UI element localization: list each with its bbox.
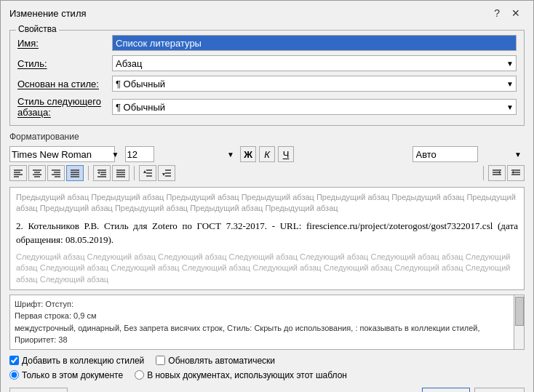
ltr-button[interactable] [507, 165, 525, 181]
preview-next-text: Следующий абзац Следующий абзац Следующи… [16, 252, 518, 285]
checkbox-row: Добавить в коллекцию стилей Обновлять ав… [9, 356, 525, 366]
button-row: Формат ▼ ОК Отмена [9, 388, 525, 392]
preview-main-text: 2. Котельников Р.В. Стиль для Zotero по … [16, 219, 518, 247]
size-select-arrow: ▼ [227, 151, 234, 159]
line-spacing-up-button[interactable] [139, 165, 156, 181]
style-label: Стиль: [17, 58, 112, 69]
dialog-title: Изменение стиля [9, 8, 87, 19]
bold-button[interactable]: Ж [240, 146, 256, 162]
only-this-doc-label[interactable]: Только в этом документе [9, 370, 123, 380]
name-label: Имя: [17, 38, 112, 49]
title-bar-controls: ? ✕ [490, 7, 525, 20]
new-docs-label[interactable]: В новых документах, использующих этот ша… [135, 370, 347, 380]
separator2 [134, 166, 135, 180]
based-on-select-wrapper: ¶ Обычный ▼ [112, 76, 517, 92]
preview-prev-text: Предыдущий абзац Предыдущий абзац Предыд… [16, 192, 518, 215]
color-select[interactable]: Авто [413, 146, 478, 162]
italic-button[interactable]: К [259, 146, 275, 162]
based-on-row: Основан на стиле: ¶ Обычный ▼ [17, 76, 517, 92]
based-on-select[interactable]: ¶ Обычный [112, 76, 517, 92]
separator3 [483, 166, 484, 180]
name-input[interactable] [112, 35, 517, 51]
help-button[interactable]: ? [490, 7, 504, 20]
size-select[interactable]: 12 [125, 146, 154, 162]
next-style-select-wrapper: ¶ Обычный ▼ [112, 99, 517, 115]
svg-marker-28 [143, 170, 146, 173]
based-on-label: Основан на стиле: [17, 79, 112, 89]
size-select-wrapper: 12 ▼ [125, 146, 238, 162]
format-button[interactable]: Формат ▼ [9, 388, 68, 392]
format-row2 [9, 165, 525, 181]
ok-button[interactable]: ОК [422, 388, 470, 392]
align-left-button[interactable] [9, 165, 27, 181]
radio-row: Только в этом документе В новых документ… [9, 370, 525, 380]
svg-marker-20 [97, 172, 100, 175]
auto-update-label[interactable]: Обновлять автоматически [156, 356, 275, 366]
rtl-button[interactable] [488, 165, 506, 181]
description-area: Шрифт: Отступ: Первая строка: 0,9 см меж… [9, 295, 525, 350]
scrollbar-track[interactable] [514, 295, 524, 349]
distribute-button[interactable] [112, 165, 129, 181]
formatting-label: Форматирование [9, 132, 525, 142]
scrollbar-thumb[interactable] [515, 297, 524, 326]
align-center-button[interactable] [28, 165, 46, 181]
svg-marker-40 [511, 171, 514, 174]
separator1 [88, 166, 89, 180]
cancel-button[interactable]: Отмена [474, 388, 525, 392]
color-select-wrapper: Авто ▼ [413, 146, 525, 162]
style-row: Стиль: Абзац ▼ [17, 55, 517, 71]
style-select-wrapper: Абзац ▼ [112, 55, 517, 71]
add-to-collection-label[interactable]: Добавить в коллекцию стилей [9, 356, 144, 366]
new-docs-radio[interactable] [135, 370, 144, 380]
description-text: Шрифт: Отступ: Первая строка: 0,9 см меж… [15, 298, 519, 346]
name-row: Имя: [17, 35, 517, 51]
font-select[interactable]: Times New Roman [9, 146, 115, 162]
line-spacing-down-button[interactable] [158, 165, 175, 181]
close-button[interactable]: ✕ [507, 7, 525, 20]
style-select[interactable]: Абзац [112, 55, 517, 71]
title-bar: Изменение стиля ? ✕ [1, 1, 533, 24]
add-to-collection-checkbox[interactable] [9, 356, 19, 365]
next-style-label: Стиль следующего абзаца: [17, 96, 112, 118]
align-justify-button[interactable] [66, 165, 84, 181]
indent-button1[interactable] [93, 165, 111, 181]
format-row1: Times New Roman ▼ 12 ▼ Ж К Ч Авто [9, 146, 525, 162]
formatting-section: Форматирование Times New Roman ▼ 12 ▼ Ж … [9, 132, 525, 181]
next-style-row: Стиль следующего абзаца: ¶ Обычный ▼ [17, 96, 517, 118]
color-select-arrow: ▼ [514, 151, 522, 159]
properties-group: Свойства Имя: Стиль: Абзац ▼ Основан на … [9, 30, 525, 126]
dialog-content: Свойства Имя: Стиль: Абзац ▼ Основан на … [1, 24, 533, 392]
preview-area: Предыдущий абзац Предыдущий абзац Предыд… [9, 187, 525, 290]
next-style-select[interactable]: ¶ Обычный [112, 99, 517, 115]
dialog-window: Изменение стиля ? ✕ Свойства Имя: Стиль:… [0, 0, 534, 392]
auto-update-checkbox[interactable] [156, 356, 165, 365]
underline-button[interactable]: Ч [278, 146, 294, 162]
svg-marker-36 [499, 171, 501, 174]
only-this-doc-radio[interactable] [9, 370, 19, 380]
properties-group-title: Свойства [16, 24, 59, 34]
align-right-button[interactable] [47, 165, 65, 181]
font-select-wrapper: Times New Roman ▼ [9, 146, 122, 162]
btn-right-group: ОК Отмена [422, 388, 525, 392]
svg-marker-32 [162, 173, 165, 176]
